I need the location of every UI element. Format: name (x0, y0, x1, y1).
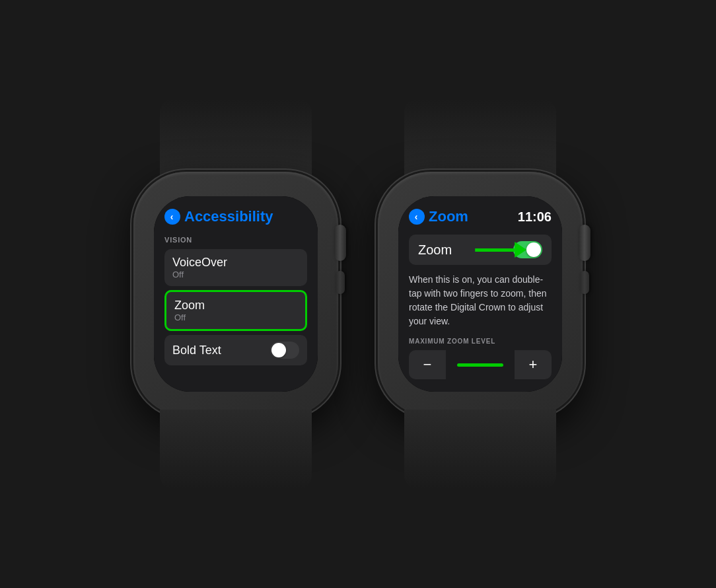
screen-content-left: ‹ Accessibility VISION VoiceOver Off Zoo… (154, 196, 318, 392)
zoom-toggle-wrapper: Zoom (409, 235, 552, 265)
back-chevron-left: ‹ (170, 212, 174, 221)
screen-header-left: ‹ Accessibility (164, 208, 307, 225)
back-button-right[interactable]: ‹ (409, 209, 425, 225)
zoom-title-left: Zoom (174, 299, 297, 312)
watch-screen-right: ‹ Zoom 11:06 Zoom (398, 196, 562, 392)
zoom-toggle-row[interactable]: Zoom (409, 235, 552, 265)
back-chevron-right: ‹ (415, 212, 418, 221)
voiceover-subtitle: Off (172, 270, 299, 279)
zoom-toggle-label: Zoom (418, 242, 452, 258)
side-button-right[interactable] (580, 271, 589, 294)
bold-text-title: Bold Text (172, 344, 221, 357)
menu-item-bold-text[interactable]: Bold Text (164, 335, 307, 365)
voiceover-title: VoiceOver (172, 256, 299, 270)
menu-item-voiceover[interactable]: VoiceOver Off (164, 249, 307, 286)
toggle-knob-zoom (526, 242, 541, 257)
watch-screen-left: ‹ Accessibility VISION VoiceOver Off Zoo… (154, 196, 318, 392)
zoom-description: When this is on, you can double-tap with… (409, 273, 552, 328)
stepper-bar (457, 363, 503, 367)
digital-crown-right[interactable] (579, 225, 591, 261)
header-left-right: ‹ Zoom (409, 208, 468, 225)
bold-text-row: Bold Text (172, 342, 299, 359)
screen-header-right: ‹ Zoom 11:06 (409, 208, 552, 225)
page-title-left: Accessibility (184, 208, 273, 225)
decrease-zoom-button[interactable]: − (409, 350, 446, 379)
right-watch: ‹ Zoom 11:06 Zoom (378, 172, 583, 416)
screen-content-right: ‹ Zoom 11:06 Zoom (398, 196, 562, 392)
zoom-subtitle-left: Off (174, 312, 297, 322)
digital-crown-left[interactable] (334, 225, 346, 261)
max-zoom-label: MAXIMUM ZOOM LEVEL (409, 338, 552, 345)
watch-body-right: ‹ Zoom 11:06 Zoom (378, 172, 583, 416)
toggle-knob-bold (271, 343, 286, 357)
band-top-left (160, 99, 312, 178)
increase-zoom-button[interactable]: + (515, 350, 552, 379)
zoom-stepper: − + (409, 350, 552, 379)
left-watch: ‹ Accessibility VISION VoiceOver Off Zoo… (133, 172, 338, 416)
arrow-line (475, 248, 515, 252)
band-top-right (404, 99, 556, 178)
zoom-toggle-switch[interactable] (513, 241, 542, 258)
watch-body-left: ‹ Accessibility VISION VoiceOver Off Zoo… (133, 172, 338, 416)
bold-text-toggle[interactable] (270, 342, 299, 359)
menu-item-zoom-left[interactable]: Zoom Off (164, 290, 307, 331)
section-label-vision: VISION (164, 236, 307, 244)
band-bottom-left (160, 410, 312, 489)
back-button-left[interactable]: ‹ (164, 209, 180, 225)
stepper-track (446, 350, 515, 379)
page-title-right: Zoom (429, 208, 468, 225)
side-button-left[interactable] (336, 271, 345, 294)
band-bottom-right (404, 410, 556, 489)
time-display: 11:06 (518, 209, 552, 225)
